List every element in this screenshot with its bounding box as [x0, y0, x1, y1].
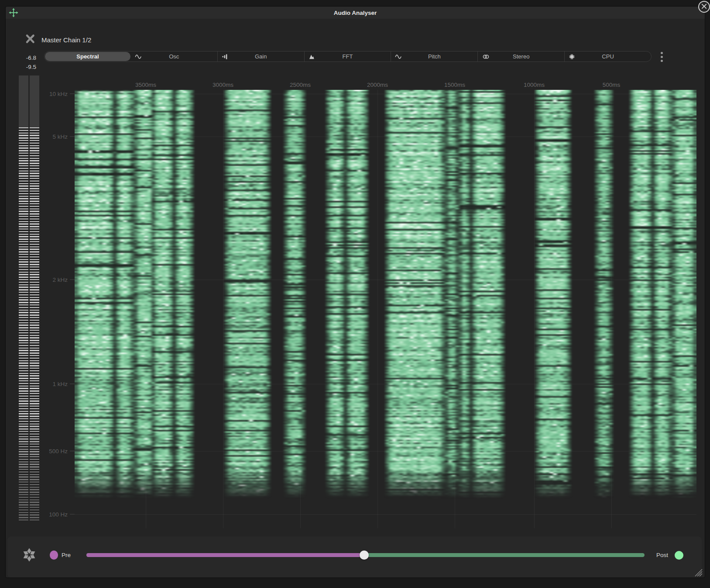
- freq-tick-label: 10 kHz: [49, 91, 68, 97]
- tick-dash: [70, 451, 75, 451]
- tick-dash: [70, 384, 75, 384]
- stereo-circles-icon: [482, 53, 490, 60]
- freq-tick-row: 1 kHz: [52, 381, 75, 387]
- freq-tick-row: 5 kHz: [52, 133, 75, 140]
- time-tick-label: 2000ms: [367, 82, 388, 88]
- close-icon: [701, 3, 707, 11]
- resize-icon[interactable]: [693, 567, 703, 579]
- freq-tick-row: 10 kHz: [49, 91, 75, 97]
- spectrogram-canvas: [75, 90, 696, 528]
- time-tick-label: 2500ms: [290, 82, 311, 88]
- tab-cpu[interactable]: CPU: [564, 51, 651, 62]
- tick-dash: [70, 136, 75, 137]
- frequency-axis: 10 kHz5 kHz2 kHz1 kHz500 Hz100 Hz: [19, 90, 75, 528]
- view-tabbar: SpectralOscGainFFTPitchStereoCPU: [44, 51, 652, 62]
- time-tick-label: 1500ms: [444, 82, 465, 88]
- tab-fft[interactable]: FFT: [304, 51, 391, 62]
- mix-footer: Pre Post: [7, 537, 702, 578]
- time-tick-label: 500ms: [603, 82, 621, 88]
- tab-osc[interactable]: Osc: [131, 51, 217, 62]
- audio-analyser-window: Audio Analyser Master Chain 1/2: [5, 6, 705, 578]
- sine-icon: [135, 53, 142, 60]
- time-axis: 3500ms3000ms2500ms2000ms1500ms1000ms500m…: [75, 82, 696, 89]
- peak-db-left: -6.8: [19, 53, 36, 62]
- screen: Audio Analyser Master Chain 1/2: [0, 0, 710, 588]
- freq-tick-label: 100 Hz: [49, 511, 68, 517]
- tab-label: FFT: [343, 53, 353, 60]
- freq-tick-row: 500 Hz: [49, 448, 75, 455]
- freq-tick-label: 500 Hz: [49, 448, 68, 455]
- time-tick-label: 1000ms: [524, 82, 545, 88]
- tab-label: Pitch: [428, 53, 441, 60]
- level-bars-icon: [222, 53, 228, 60]
- time-tick-label: 3000ms: [213, 82, 233, 88]
- sine-icon: [395, 53, 402, 60]
- spectrogram-plot: [75, 90, 696, 528]
- tab-label: CPU: [602, 53, 614, 60]
- tab-spectral[interactable]: Spectral: [45, 51, 131, 62]
- freq-tick-label: 1 kHz: [52, 381, 68, 387]
- tab-pitch[interactable]: Pitch: [391, 51, 477, 62]
- post-indicator-dot[interactable]: [675, 551, 683, 560]
- mixer-star-icon: [21, 547, 37, 564]
- kebab-icon: [661, 52, 663, 62]
- post-label: Post: [642, 552, 668, 558]
- move-icon[interactable]: [9, 8, 18, 17]
- tab-label: Osc: [169, 53, 179, 60]
- freq-tick-row: 2 kHz: [52, 277, 75, 283]
- freq-tick-row: 100 Hz: [49, 511, 75, 517]
- pre-label: Pre: [62, 552, 71, 558]
- options-menu-button[interactable]: [658, 51, 665, 63]
- pre-indicator-dot[interactable]: [50, 550, 58, 560]
- titlebar[interactable]: Audio Analyser: [6, 7, 705, 19]
- device-header: Master Chain 1/2: [24, 33, 91, 46]
- peak-db-readouts: -6.8 -9.5: [19, 53, 36, 72]
- tab-label: Spectral: [76, 53, 99, 60]
- time-tick-label: 3500ms: [135, 82, 156, 88]
- spectrum-peak-icon: [309, 53, 316, 60]
- tab-stereo[interactable]: Stereo: [477, 51, 564, 62]
- window-title: Audio Analyser: [334, 10, 377, 16]
- tick-dash: [70, 514, 75, 514]
- pre-post-slider-handle[interactable]: [360, 550, 369, 560]
- tick-dash: [70, 280, 75, 280]
- freq-tick-label: 5 kHz: [52, 133, 68, 140]
- tab-label: Gain: [255, 53, 267, 60]
- device-name: Master Chain 1/2: [41, 36, 91, 44]
- chip-icon: [569, 53, 575, 60]
- peak-db-right: -9.5: [19, 62, 36, 72]
- close-button[interactable]: [698, 1, 710, 13]
- freq-tick-label: 2 kHz: [52, 277, 68, 283]
- slider-pre-fill: [86, 553, 364, 557]
- device-icon: [24, 33, 36, 46]
- tab-label: Stereo: [513, 53, 529, 60]
- tick-dash: [70, 94, 75, 94]
- tab-gain[interactable]: Gain: [217, 51, 304, 62]
